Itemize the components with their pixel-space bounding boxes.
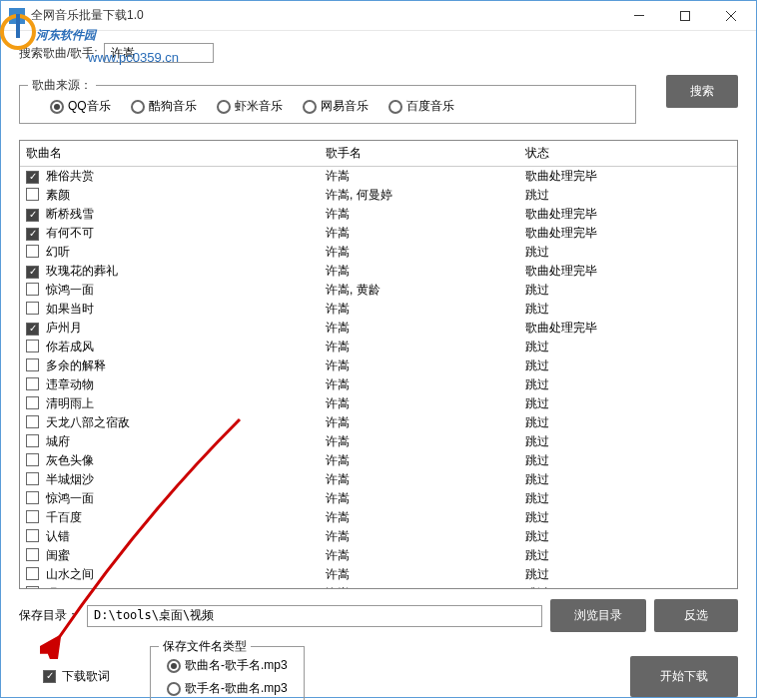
cell-status: 歌曲处理完毕: [525, 263, 731, 280]
table-row[interactable]: 断桥残雪许嵩歌曲处理完毕: [20, 205, 737, 224]
table-row[interactable]: 有何不可许嵩歌曲处理完毕: [20, 224, 737, 243]
table-row[interactable]: 清明雨上许嵩跳过: [20, 394, 737, 413]
table-row[interactable]: 你若成风许嵩跳过: [20, 338, 737, 356]
checkbox-icon: [43, 670, 56, 683]
cell-artist: 许嵩: [326, 263, 525, 280]
table-row[interactable]: 违章动物许嵩跳过: [20, 375, 737, 394]
radio-icon: [303, 100, 317, 114]
source-radio-2[interactable]: 虾米音乐: [217, 98, 283, 115]
row-checkbox[interactable]: [26, 510, 39, 523]
cell-song: 千百度: [44, 509, 326, 526]
row-checkbox[interactable]: [26, 358, 39, 371]
header-status[interactable]: 状态: [525, 145, 731, 162]
row-checkbox[interactable]: [26, 567, 39, 580]
cell-status: 跳过: [525, 547, 731, 564]
start-download-button[interactable]: 开始下载: [630, 656, 738, 697]
cell-song: 惊鸿一面: [44, 282, 326, 299]
row-checkbox[interactable]: [26, 171, 39, 184]
row-checkbox[interactable]: [26, 302, 39, 315]
cell-status: 歌曲处理完毕: [525, 168, 731, 185]
row-checkbox[interactable]: [26, 491, 39, 504]
cell-artist: 许嵩: [326, 244, 525, 261]
table-row[interactable]: 幻听许嵩跳过: [20, 243, 737, 262]
source-radio-1[interactable]: 酷狗音乐: [131, 98, 197, 115]
table-row[interactable]: 千百度许嵩跳过: [20, 508, 737, 527]
titlebar: 全网音乐批量下载1.0: [1, 1, 756, 31]
table-row[interactable]: 城府许嵩跳过: [20, 432, 737, 451]
cell-song: 多余的解释: [44, 357, 326, 374]
cell-song: 幻听: [44, 244, 326, 261]
table-row[interactable]: 惊鸿一面许嵩, 黄龄跳过: [20, 281, 737, 300]
header-song[interactable]: 歌曲名: [26, 145, 326, 162]
row-checkbox[interactable]: [26, 529, 39, 542]
row-checkbox[interactable]: [26, 188, 39, 201]
table-row[interactable]: 半城烟沙许嵩跳过: [20, 470, 737, 489]
maximize-button[interactable]: [662, 2, 708, 30]
invert-button[interactable]: 反选: [654, 599, 738, 632]
search-label: 搜索歌曲/歌手:: [19, 45, 98, 62]
table-row[interactable]: 庐州月许嵩歌曲处理完毕: [20, 319, 737, 338]
minimize-button[interactable]: [616, 2, 662, 30]
table-row[interactable]: 灰色头像许嵩跳过: [20, 451, 737, 470]
cell-status: 跳过: [525, 376, 731, 393]
cell-status: 跳过: [525, 357, 731, 374]
table-row[interactable]: 山水之间许嵩跳过: [20, 565, 737, 584]
cell-artist: 许嵩: [326, 585, 525, 589]
table-row[interactable]: 惊鸿一面许嵩跳过: [20, 489, 737, 508]
table-row[interactable]: 如果当时许嵩跳过: [20, 300, 737, 319]
save-path-input[interactable]: [87, 605, 542, 627]
row-checkbox[interactable]: [26, 415, 39, 428]
source-radio-3[interactable]: 网易音乐: [303, 98, 369, 115]
row-checkbox[interactable]: [26, 283, 39, 296]
search-button[interactable]: 搜索: [666, 75, 738, 108]
close-button[interactable]: [708, 2, 754, 30]
row-checkbox[interactable]: [26, 228, 39, 241]
cell-song: 闺蜜: [44, 547, 326, 564]
row-checkbox[interactable]: [26, 453, 39, 466]
row-checkbox[interactable]: [26, 245, 39, 258]
cell-song: 玫瑰花的葬礼: [44, 263, 326, 280]
search-input[interactable]: [104, 43, 214, 63]
row-checkbox[interactable]: [26, 377, 39, 390]
download-lyrics-checkbox[interactable]: 下载歌词: [43, 668, 110, 685]
row-checkbox[interactable]: [26, 434, 39, 447]
cell-status: 跳过: [525, 339, 731, 355]
row-checkbox[interactable]: [26, 340, 39, 352]
row-checkbox[interactable]: [26, 266, 39, 279]
table-row[interactable]: 叹服许嵩跳过: [20, 584, 737, 589]
radio-icon: [167, 659, 181, 673]
window-title: 全网音乐批量下载1.0: [31, 7, 616, 24]
header-artist[interactable]: 歌手名: [326, 145, 525, 162]
cell-artist: 许嵩: [326, 547, 525, 564]
row-checkbox[interactable]: [26, 548, 39, 561]
cell-song: 庐州月: [44, 320, 326, 337]
app-icon: [9, 8, 25, 24]
table-row[interactable]: 天龙八部之宿敌许嵩跳过: [20, 413, 737, 432]
browse-button[interactable]: 浏览目录: [550, 599, 646, 632]
source-legend: 歌曲来源：: [28, 77, 96, 94]
source-radio-0[interactable]: QQ音乐: [50, 98, 111, 115]
cell-artist: 许嵩: [326, 339, 525, 355]
table-row[interactable]: 雅俗共赏许嵩歌曲处理完毕: [20, 167, 737, 186]
cell-artist: 许嵩: [326, 433, 525, 450]
cell-song: 惊鸿一面: [44, 490, 326, 507]
filename-radio-1[interactable]: 歌手名-歌曲名.mp3: [167, 680, 288, 697]
row-checkbox[interactable]: [26, 586, 39, 590]
table-row[interactable]: 闺蜜许嵩跳过: [20, 546, 737, 565]
table-header: 歌曲名 歌手名 状态: [20, 141, 737, 167]
filename-radio-0[interactable]: 歌曲名-歌手名.mp3: [167, 657, 288, 674]
table-row[interactable]: 素颜许嵩, 何曼婷跳过: [20, 186, 737, 205]
cell-song: 违章动物: [44, 376, 326, 393]
table-row[interactable]: 认错许嵩跳过: [20, 527, 737, 546]
cell-song: 城府: [44, 433, 326, 450]
cell-artist: 许嵩, 何曼婷: [326, 187, 525, 204]
row-checkbox[interactable]: [26, 323, 39, 336]
cell-song: 有何不可: [44, 225, 326, 242]
row-checkbox[interactable]: [26, 396, 39, 409]
table-row[interactable]: 玫瑰花的葬礼许嵩歌曲处理完毕: [20, 262, 737, 281]
row-checkbox[interactable]: [26, 472, 39, 485]
cell-artist: 许嵩: [326, 395, 525, 412]
row-checkbox[interactable]: [26, 209, 39, 222]
table-row[interactable]: 多余的解释许嵩跳过: [20, 356, 737, 375]
source-radio-4[interactable]: 百度音乐: [388, 98, 454, 115]
